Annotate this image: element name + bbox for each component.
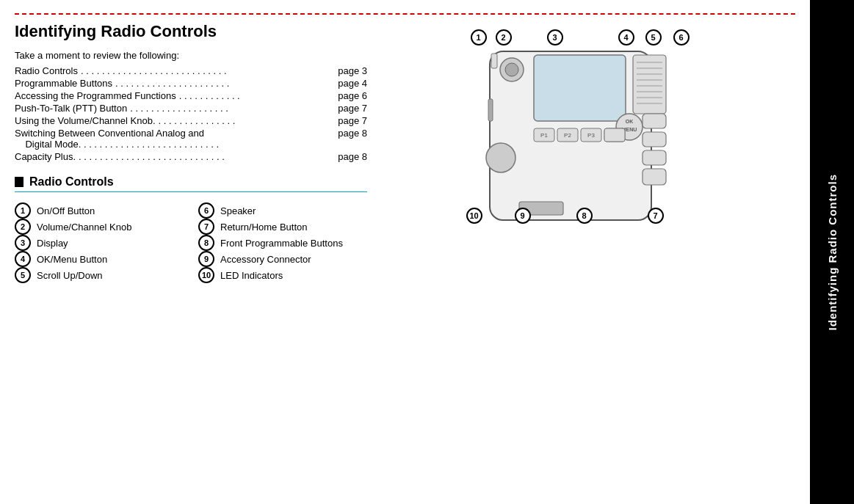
svg-rect-27 <box>604 128 625 142</box>
toc-label: Radio Controls <box>15 65 78 76</box>
item-label: On/Off Button <box>37 205 95 216</box>
items-right: 6 Speaker 7 Return/Home Button 8 Front P… <box>198 202 367 283</box>
section-header: Radio Controls <box>15 175 367 192</box>
diagram-badge-9: 9 <box>515 208 531 224</box>
toc-page: page 4 <box>338 78 367 89</box>
toc-dots: . . . . . . . . . . . . . . . . . . . . … <box>81 65 335 76</box>
item-label: Volume/Channel Knob <box>37 222 131 233</box>
item-row: 8 Front Programmable Buttons <box>198 235 367 251</box>
diagram-badge-5: 5 <box>645 29 662 45</box>
right-column: OK MENU P1 P2 P3 P4 <box>374 22 795 497</box>
svg-point-28 <box>486 143 515 172</box>
toc-page: page 3 <box>338 65 367 76</box>
toc-dots: . . . . . . . . . . . . . . . . . . . . … <box>79 151 335 162</box>
svg-text:P1: P1 <box>540 132 548 139</box>
svg-rect-17 <box>643 132 666 147</box>
svg-rect-29 <box>488 99 493 121</box>
toc-label: Capacity Plus. <box>15 151 76 162</box>
item-label: LED Indicators <box>220 270 283 281</box>
item-row: 9 Accessory Connector <box>198 251 367 267</box>
item-badge: 1 <box>15 202 31 219</box>
item-label: Speaker <box>220 205 256 216</box>
item-badge: 8 <box>198 235 214 251</box>
svg-text:P2: P2 <box>564 132 571 139</box>
sidebar-title: Identifying Radio Controls <box>826 174 839 331</box>
section-title: Radio Controls <box>29 175 114 189</box>
toc-page: page 7 <box>338 115 367 126</box>
toc-intro: Take a moment to review the following: <box>15 50 367 61</box>
item-badge: 9 <box>198 251 214 267</box>
diagram-badge-6: 6 <box>673 29 690 45</box>
item-badge: 5 <box>15 267 31 283</box>
toc-item: Capacity Plus. . . . . . . . . . . . . .… <box>15 151 367 162</box>
item-row: 3 Display <box>15 235 184 251</box>
item-label: Front Programmable Buttons <box>220 238 343 249</box>
item-row: 10 LED Indicators <box>198 267 367 283</box>
left-column: Identifying Radio Controls Take a moment… <box>15 22 367 497</box>
item-badge: 2 <box>15 219 31 235</box>
toc-page: page 8 <box>338 128 367 150</box>
diagram-badge-2: 2 <box>496 29 512 45</box>
diagram-badge-8: 8 <box>576 208 593 224</box>
toc-dots: . . . . . . . . . . . . <box>179 90 336 101</box>
page-title: Identifying Radio Controls <box>15 22 367 41</box>
items-left: 1 On/Off Button 2 Volume/Channel Knob 3 … <box>15 202 184 283</box>
item-row: 7 Return/Home Button <box>198 219 367 235</box>
svg-rect-32 <box>643 169 666 185</box>
item-badge: 3 <box>15 235 31 251</box>
item-label: Return/Home Button <box>220 222 308 233</box>
toc-item: Push-To-Talk (PTT) Button . . . . . . . … <box>15 103 367 114</box>
svg-rect-1 <box>633 55 666 114</box>
svg-text:OK: OK <box>625 119 633 124</box>
main-content: Identifying Radio Controls Take a moment… <box>0 0 810 504</box>
diagram-badge-1: 1 <box>471 29 487 45</box>
item-badge: 7 <box>198 219 214 235</box>
svg-point-11 <box>505 63 518 76</box>
sidebar: Identifying Radio Controls <box>810 0 854 504</box>
toc-item: Accessing the Programmed Functions . . .… <box>15 90 367 101</box>
item-badge: 4 <box>15 251 31 267</box>
top-border <box>15 13 795 15</box>
item-label: OK/Menu Button <box>37 254 107 265</box>
item-row: 2 Volume/Channel Knob <box>15 219 184 235</box>
item-row: 6 Speaker <box>198 202 367 219</box>
item-label: Accessory Connector <box>220 254 311 265</box>
toc-label: Push-To-Talk (PTT) Button <box>15 103 127 114</box>
item-badge: 6 <box>198 202 214 219</box>
toc-item: Switching Between Conventional Analog an… <box>15 128 367 150</box>
toc-page: page 8 <box>338 151 367 162</box>
page-number: 3 <box>843 487 848 498</box>
svg-rect-18 <box>643 150 666 165</box>
items-grid: 1 On/Off Button 2 Volume/Channel Knob 3 … <box>15 202 367 283</box>
item-label: Scroll Up/Down <box>37 270 103 281</box>
diagram-badge-3: 3 <box>547 29 563 45</box>
item-badge: 10 <box>198 267 214 283</box>
toc-list: Radio Controls . . . . . . . . . . . . .… <box>15 65 367 162</box>
item-row: 1 On/Off Button <box>15 202 184 219</box>
diagram-badge-4: 4 <box>618 29 634 45</box>
toc-item: Programmable Buttons . . . . . . . . . .… <box>15 78 367 89</box>
svg-rect-16 <box>643 114 666 128</box>
svg-text:P3: P3 <box>587 132 595 139</box>
diagram-badge-10: 10 <box>466 208 482 224</box>
toc-dots: . . . . . . . . . . . . . . . <box>159 115 336 126</box>
toc-label: Accessing the Programmed Functions <box>15 90 176 101</box>
svg-rect-12 <box>534 55 626 121</box>
toc-label: Programmable Buttons <box>15 78 112 89</box>
toc-page: page 7 <box>338 103 367 114</box>
toc-dots: . . . . . . . . . . . . . . . . . . . . … <box>115 78 335 89</box>
item-label: Display <box>37 238 68 249</box>
section-marker-icon <box>15 177 23 187</box>
diagram-badge-7: 7 <box>648 208 664 224</box>
toc-page: page 6 <box>338 90 367 101</box>
item-row: 4 OK/Menu Button <box>15 251 184 267</box>
toc-dots: . . . . . . . . . . . . . . . . . . . <box>130 103 335 114</box>
toc-item: Radio Controls . . . . . . . . . . . . .… <box>15 65 367 76</box>
radio-diagram: OK MENU P1 P2 P3 P4 <box>460 26 710 253</box>
item-row: 5 Scroll Up/Down <box>15 267 184 283</box>
toc-item: Using the Volume/Channel Knob. . . . . .… <box>15 115 367 126</box>
svg-rect-31 <box>491 54 497 68</box>
toc-label: Using the Volume/Channel Knob. <box>15 115 156 126</box>
